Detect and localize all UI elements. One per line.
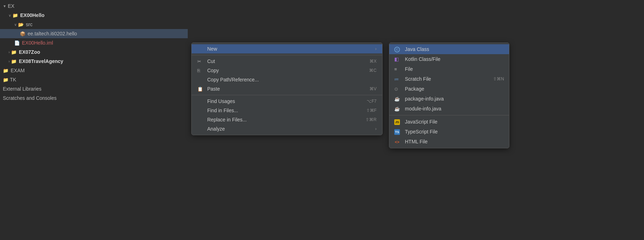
menu-item-paste[interactable]: 📋 Paste ⌘V: [192, 84, 382, 93]
submenu-item-label: module-info.java: [405, 106, 504, 112]
menu-item-label: Copy: [207, 68, 361, 73]
menu-item-label: New: [207, 46, 372, 52]
submenu-item-kotlin[interactable]: ◧ Kotlin Class/File: [389, 54, 509, 64]
folder-icon: 📁: [3, 77, 9, 82]
submenu-item-label: Package: [405, 86, 504, 92]
submenu-item-label: Kotlin Class/File: [405, 56, 504, 62]
submenu-item-module-info[interactable]: ☕ module-info.java: [389, 104, 509, 114]
submenu-item-package[interactable]: ⊙ Package: [389, 84, 509, 94]
menu-item-copy[interactable]: ⎘ Copy ⌘C: [192, 66, 382, 75]
menu-item-shortcut: ⌘V: [369, 86, 377, 91]
menu-item-label: Paste: [207, 86, 361, 92]
scratch-icon: ≔: [394, 76, 402, 82]
sidebar-item-label: EX00Hello.iml: [22, 40, 53, 46]
chevron-icon: ▼: [3, 4, 6, 8]
submenu-item-package-info[interactable]: ☕ package-info.java: [389, 94, 509, 104]
sidebar-item-label: EX07Zoo: [19, 49, 40, 55]
folder-icon: 📁: [11, 50, 17, 55]
menu-item-label: Find in Files...: [207, 108, 358, 113]
menu-separator-2: [192, 95, 382, 95]
menu-item-find-usages[interactable]: Find Usages ⌥F7: [192, 97, 382, 106]
folder-icon: 📁: [11, 59, 17, 64]
sidebar-item-ex[interactable]: ▼ EX: [0, 1, 188, 11]
submenu-new: C Java Class ◧ Kotlin Class/File ≡ File …: [389, 42, 509, 148]
menu-item-copy-path[interactable]: Copy Path/Reference...: [192, 75, 382, 84]
sidebar-item-ex00hello[interactable]: ∨ 📁 EX00Hello: [0, 11, 188, 20]
sidebar-item-label: TK: [10, 77, 16, 82]
menu-item-label: Find Usages: [207, 98, 358, 104]
arrow-icon: ›: [375, 46, 377, 51]
menu-item-shortcut: ⌥F7: [367, 99, 377, 104]
submenu-item-label: JavaScript File: [405, 119, 504, 125]
copy-icon: ⎘: [197, 68, 204, 73]
js-icon: JS: [394, 119, 402, 125]
sidebar-item-label: EX08TravelAgency: [19, 58, 63, 64]
sidebar-item-src[interactable]: ∨ 📂 src: [0, 20, 188, 29]
sidebar-item-external-libs[interactable]: External Libraries: [0, 84, 188, 93]
sidebar-item-label: Scratches and Consoles: [3, 95, 57, 101]
sidebar-item-label: External Libraries: [3, 86, 41, 92]
submenu-item-html[interactable]: <> HTML File: [389, 137, 509, 147]
menu-item-new[interactable]: New ›: [192, 44, 382, 53]
sidebar-item-label: src: [26, 22, 33, 27]
submenu-item-label: TypeScript File: [405, 129, 504, 135]
sidebar-item-label: EXAM: [11, 68, 25, 73]
submenu-item-label: Java Class: [405, 46, 504, 52]
scissors-icon: ✂: [197, 59, 204, 64]
menu-item-replace-in-files[interactable]: Replace in Files... ⇧⌘R: [192, 115, 382, 124]
submenu-item-file[interactable]: ≡ File: [389, 64, 509, 74]
sidebar-item-ex07zoo[interactable]: › 📁 EX07Zoo: [0, 47, 188, 57]
package-info-icon: ☕: [394, 96, 402, 102]
submenu-separator-1: [389, 115, 509, 115]
chevron-icon: ∨: [14, 23, 17, 27]
package-icon: ⊙: [394, 86, 402, 92]
context-menu: New › ✂ Cut ⌘X ⎘ Copy ⌘C Copy Path/Refer…: [191, 42, 383, 135]
submenu-item-java-class[interactable]: C Java Class: [389, 44, 509, 54]
menu-item-find-in-files[interactable]: Find in Files... ⇧⌘F: [192, 106, 382, 115]
html-icon: <>: [394, 139, 402, 145]
submenu-item-label: HTML File: [405, 139, 504, 144]
kotlin-icon: ◧: [394, 56, 402, 62]
sidebar-item-package[interactable]: 📦 ee.taltech.iti0202.hello: [0, 29, 188, 38]
file-icon: ≡: [394, 67, 402, 72]
arrow-icon: ›: [375, 126, 377, 131]
sidebar-item-exam[interactable]: 📁 EXAM: [0, 66, 188, 75]
submenu-item-label: File: [405, 66, 504, 72]
submenu-item-shortcut: ⇧⌘N: [493, 76, 504, 81]
menu-item-shortcut: ⇧⌘R: [366, 117, 377, 122]
submenu-item-ts[interactable]: TS TypeScript File: [389, 127, 509, 137]
menu-item-shortcut: ⇧⌘F: [366, 108, 377, 113]
submenu-item-scratch[interactable]: ≔ Scratch File ⇧⌘N: [389, 74, 509, 84]
submenu-item-label: Scratch File: [405, 76, 493, 82]
sidebar-item-ex08travel[interactable]: › 📁 EX08TravelAgency: [0, 57, 188, 66]
module-info-icon: ☕: [394, 106, 402, 112]
menu-separator-1: [192, 55, 382, 55]
folder-icon: 📁: [12, 13, 18, 18]
sidebar-item-tk[interactable]: 📁 TK: [0, 75, 188, 84]
menu-item-label: Analyze: [207, 126, 372, 132]
sidebar-item-label: EX: [8, 3, 15, 9]
ts-icon: TS: [394, 128, 402, 135]
sidebar-item-scratches[interactable]: Scratches and Consoles: [0, 93, 188, 103]
folder-blue-icon: 📂: [18, 22, 24, 27]
sidebar-item-label: EX00Hello: [20, 12, 44, 18]
menu-item-shortcut: ⌘X: [369, 59, 377, 64]
sidebar-item-label: ee.taltech.iti0202.hello: [28, 31, 77, 36]
submenu-item-js[interactable]: JS JavaScript File: [389, 117, 509, 127]
chevron-icon: ›: [9, 59, 10, 63]
menu-item-label: Replace in Files...: [207, 117, 357, 122]
package-icon: 📦: [20, 31, 26, 36]
sidebar-item-iml[interactable]: 📄 EX00Hello.iml: [0, 38, 188, 47]
menu-item-label: Cut: [207, 58, 361, 64]
java-class-icon: C: [394, 46, 402, 52]
chevron-icon: ∨: [9, 13, 11, 17]
sidebar: ▼ EX ∨ 📁 EX00Hello ∨ 📂 src 📦 ee.taltech.…: [0, 0, 188, 240]
menu-item-label: Copy Path/Reference...: [207, 77, 377, 82]
menu-item-cut[interactable]: ✂ Cut ⌘X: [192, 57, 382, 66]
paste-icon: 📋: [197, 86, 204, 92]
menu-item-analyze[interactable]: Analyze ›: [192, 124, 382, 133]
folder-icon: 📁: [3, 68, 9, 73]
chevron-icon: ›: [9, 50, 10, 54]
submenu-item-label: package-info.java: [405, 96, 504, 102]
menu-item-shortcut: ⌘C: [369, 68, 377, 73]
